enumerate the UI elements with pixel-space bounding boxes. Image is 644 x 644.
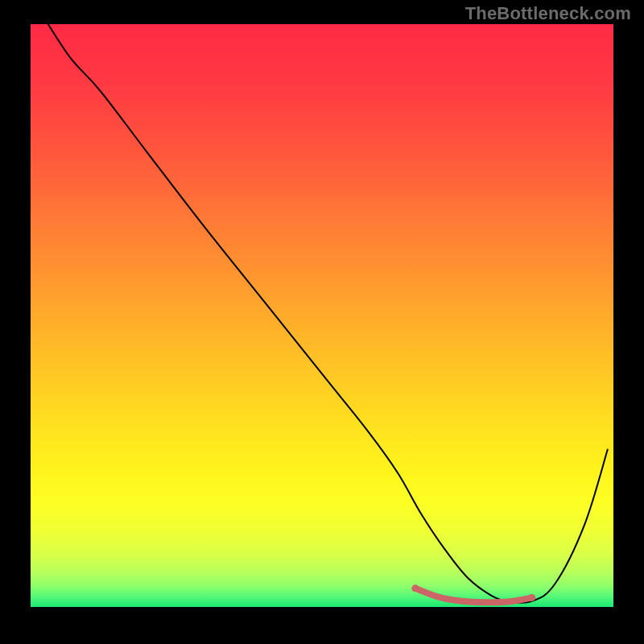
plot-area	[31, 24, 613, 607]
svg-point-1	[411, 584, 419, 592]
bottleneck-curve	[48, 24, 608, 603]
chart-frame: TheBottleneck.com	[0, 0, 644, 644]
svg-point-2	[528, 594, 535, 601]
curve-overlay	[31, 24, 613, 607]
watermark-text: TheBottleneck.com	[465, 3, 631, 24]
emphasis-segment	[415, 588, 532, 602]
